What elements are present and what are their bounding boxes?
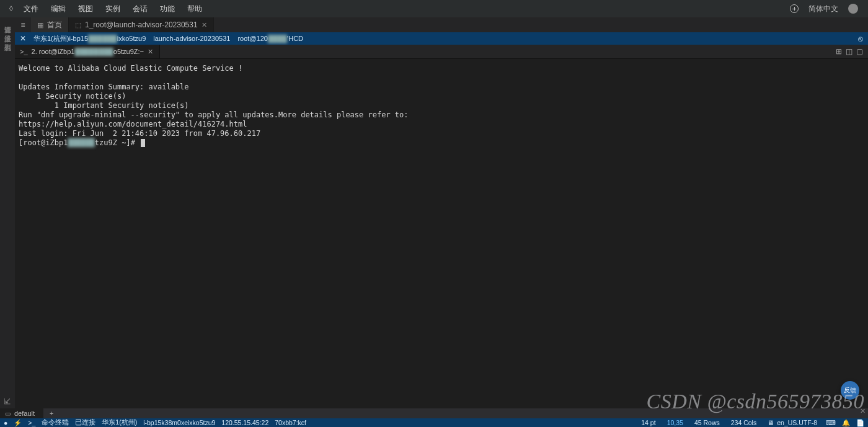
status-region: 华东1(杭州): [102, 418, 137, 427]
menubar: ◊ 文件 编辑 视图 实例 会话 功能 帮助 简体中文: [0, 0, 868, 17]
avatar-icon: [848, 4, 858, 14]
panel-close-icon[interactable]: ✕: [860, 407, 866, 415]
user-avatar[interactable]: [843, 1, 863, 16]
tab-session-1[interactable]: ⬚ 1_root@launch-advisor-20230531 ✕: [69, 17, 214, 32]
status-encoding[interactable]: 🖥 en_US.UTF-8: [765, 419, 820, 426]
logout-icon[interactable]: ⎋: [858, 34, 863, 43]
maximize-pane-icon[interactable]: ▢: [856, 47, 863, 56]
session-tabbar: >_ 2. root@iZbp1████████o5tzu9Z:~ ✕ ⊞ ◫ …: [15, 45, 868, 58]
status-prompt-icon: >_: [28, 419, 35, 426]
prompt-icon: >_: [20, 48, 28, 55]
term-line-3: 1 Security notice(s): [19, 92, 126, 101]
status-ip: 120.55.15.45:22: [221, 419, 268, 426]
connect-status-icon: ✕: [20, 34, 26, 43]
tab-home-label: 首页: [47, 20, 62, 30]
term-line-5: Run "dnf upgrade-minimal --security" to …: [19, 110, 409, 119]
status-rows: 45 Rows: [692, 419, 722, 426]
term-line-6: https://help.aliyun.com/document_detail/…: [19, 120, 247, 128]
terminal-icon: ⬚: [75, 21, 81, 29]
conn-region: 华东1(杭州)i-bp15██████ixko5tzu9: [33, 34, 146, 43]
session-tab-active[interactable]: >_ 2. root@iZbp1████████o5tzu9Z:~ ✕: [15, 45, 160, 58]
language-selector[interactable]: 简体中文: [804, 1, 843, 17]
menu-file[interactable]: 文件: [17, 1, 45, 17]
status-fontsize[interactable]: 14 pt: [639, 419, 658, 426]
status-mode: 命令终端: [42, 418, 69, 427]
term-line-4: 1 Important Security notice(s): [19, 101, 189, 110]
status-keyboard-icon[interactable]: ⌨: [826, 419, 836, 426]
menu-function[interactable]: 功能: [154, 1, 181, 17]
session-tab-label: 2. root@iZbp1████████o5tzu9Z:~: [32, 48, 144, 55]
tab-close-icon[interactable]: ✕: [202, 21, 207, 29]
pin-icon[interactable]: ⇲: [2, 398, 12, 405]
term-line-7: Last login: Fri Jun 2 21:46:10 2023 from…: [19, 129, 260, 138]
term-line-2: Updates Information Summary: available: [19, 83, 189, 91]
terminal-cursor: [141, 139, 145, 147]
bottom-tab-label: default: [14, 410, 35, 417]
menu-session[interactable]: 会话: [126, 1, 154, 17]
app-logo-icon: ◊: [5, 4, 17, 13]
plus-circle-icon: [790, 4, 799, 13]
new-session-button[interactable]: [785, 2, 804, 16]
status-cursor-pos: 10,35: [665, 419, 686, 426]
bottom-tabstrip: ▭ default + ✕: [0, 408, 868, 418]
menu-edit[interactable]: 编辑: [45, 1, 72, 17]
split-pane-icon[interactable]: ◫: [846, 47, 852, 56]
status-plug-icon: ⚡: [14, 419, 22, 427]
session-layout-controls: ⊞ ◫ ▢: [836, 45, 868, 58]
menu-view[interactable]: 视图: [72, 1, 99, 17]
status-bar: ● ⚡ >_ 命令终端 已连接 华东1(杭州) i-bp15k38m0xeixk…: [0, 418, 868, 427]
status-hex: 70xbb7:kcf: [275, 419, 306, 426]
menu-instance[interactable]: 实例: [99, 1, 126, 17]
status-cols: 234 Cols: [728, 419, 759, 426]
grid-icon: ▦: [37, 21, 43, 29]
bottom-tab-default[interactable]: ▭ default: [0, 408, 43, 418]
conn-user: root@120████'HCD: [237, 35, 303, 42]
status-instance: i-bp15k38m0xeixko5tzu9: [143, 419, 215, 426]
connection-bar: ✕ 华东1(杭州)i-bp15██████ixko5tzu9 launch-ad…: [15, 32, 868, 45]
conn-instance-name: launch-advisor-20230531: [153, 35, 230, 42]
term-line-0: Welcome to Alibaba Cloud Elastic Compute…: [19, 64, 242, 73]
feedback-button[interactable]: 反馈: [841, 381, 859, 400]
tab-home[interactable]: ▦ 首页: [31, 17, 69, 32]
main-tabstrip: ≡ ▦ 首页 ⬚ 1_root@launch-advisor-20230531 …: [15, 17, 868, 32]
add-bottom-tab-button[interactable]: +: [43, 410, 60, 417]
status-app-icon: ●: [4, 419, 7, 426]
add-pane-icon[interactable]: ⊞: [836, 47, 842, 56]
status-bell-icon[interactable]: 🔔: [842, 419, 850, 427]
session-tab-close-icon[interactable]: ✕: [148, 48, 153, 56]
status-log-icon[interactable]: 📄: [856, 419, 864, 427]
term-prompt: [root@iZbp1██████tzu9Z ~]#: [19, 138, 135, 147]
status-connection: 已连接: [75, 418, 95, 427]
monitor-icon: ▭: [5, 410, 11, 417]
left-sidebar: 资源管理 最近连接 主机列表 ⇲: [0, 17, 15, 408]
terminal-output[interactable]: Welcome to Alibaba Cloud Elastic Compute…: [15, 59, 868, 408]
sidebar-toggle-icon[interactable]: ≡: [15, 17, 31, 32]
menu-help[interactable]: 帮助: [181, 1, 208, 17]
tab-session-1-label: 1_root@launch-advisor-20230531: [85, 20, 198, 29]
